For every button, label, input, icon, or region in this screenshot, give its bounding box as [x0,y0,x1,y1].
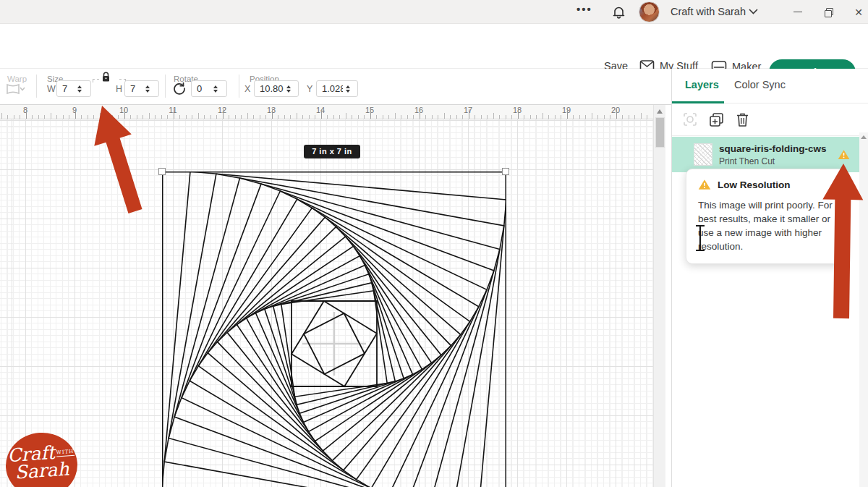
warning-triangle-icon [698,179,711,190]
os-title-bar: ••• Craft with Sarah ✕ [0,0,868,24]
selection-handle-top-left[interactable] [158,168,166,175]
stepper-arrows-icon[interactable] [344,85,354,93]
restore-icon[interactable] [816,0,841,24]
close-icon[interactable]: ✕ [846,0,868,24]
tooltip-body: This image will print poorly. For best r… [698,198,835,253]
rotate-icon[interactable] [172,81,187,96]
chevron-down-icon[interactable] [749,9,758,14]
layers-panel: Layers Color Sync [671,69,868,487]
tab-color-sync[interactable]: Color Sync [734,79,786,90]
app-header: Save My Stuff Maker Make [0,24,868,69]
stepper-arrows-icon[interactable] [144,85,153,93]
stepper-arrows-icon[interactable] [285,85,294,93]
x-label: X [244,84,250,94]
layer-name: square-iris-folding-cws [719,143,835,154]
avatar[interactable] [639,1,660,22]
scrollbar-thumb[interactable] [655,117,665,148]
warp-icon[interactable] [6,82,25,96]
minimize-icon[interactable] [786,0,810,24]
stepper-arrows-icon[interactable] [212,85,221,93]
x-field [254,80,299,97]
canvas-vertical-scrollbar[interactable] [653,105,665,487]
tab-layers[interactable]: Layers [685,79,719,90]
rotate-field [191,80,227,97]
trash-icon[interactable] [735,111,750,128]
width-input[interactable] [57,81,76,96]
width-label: W [47,84,56,94]
bell-icon[interactable] [611,4,626,20]
height-label: H [116,84,122,94]
account-name[interactable]: Craft with Sarah [671,6,746,17]
ellipsis-icon[interactable]: ••• [576,3,592,15]
canvas-grid[interactable]: 7 in x 7 in CraftWITH Sarah [0,119,653,487]
warning-triangle-icon[interactable] [838,149,850,160]
lock-icon[interactable] [101,72,111,82]
panel-scrollbar[interactable] [859,132,868,487]
layer-tools [672,103,868,136]
horizontal-ruler: 891011121314151617181920 [0,105,653,119]
y-label: Y [307,84,312,94]
select-scan-icon [682,111,698,127]
height-input[interactable] [125,81,144,96]
canvas-area: 891011121314151617181920 7 in x 7 in Cra… [0,105,671,487]
layer-thumbnail [694,143,712,166]
layer-type: Print Then Cut [719,156,835,166]
selection-size-badge: 7 in x 7 in [304,145,360,158]
duplicate-icon[interactable] [708,111,725,128]
rotate-input[interactable] [192,81,212,96]
width-field [56,80,91,97]
y-input[interactable] [317,81,344,96]
x-input[interactable] [255,81,285,96]
selection-handle-top-right[interactable] [502,168,509,175]
height-field [124,80,159,97]
stepper-arrows-icon[interactable] [76,85,85,93]
scroll-up-icon[interactable] [861,135,867,139]
scroll-up-icon[interactable] [657,109,663,114]
craft-with-sarah-logo: CraftWITH Sarah [4,431,80,487]
edit-toolbar: Warp Size W H Rotate [0,69,671,105]
low-resolution-tooltip: Low Resolution This image will print poo… [686,169,845,264]
iris-folding-design[interactable] [162,171,506,487]
design-space-window: ••• Craft with Sarah ✕ Save My Stuff Mak [0,0,868,487]
tooltip-title: Low Resolution [718,179,791,190]
panel-tabs: Layers Color Sync [672,69,868,103]
y-field [316,80,358,97]
layer-row[interactable]: square-iris-folding-cws Print Then Cut [672,137,860,172]
